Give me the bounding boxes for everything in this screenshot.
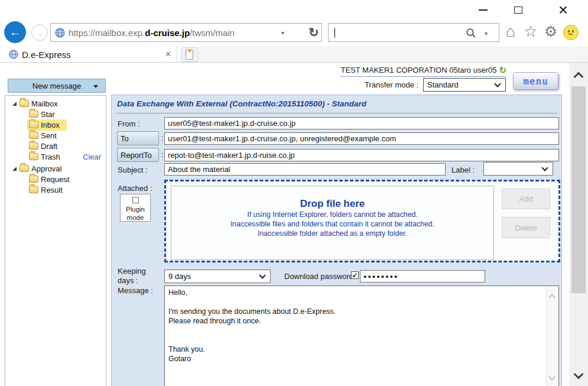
address-dropdown-icon[interactable]: ▾ [281,30,284,36]
message-textarea[interactable]: Hello, I'm sending you the documents abo… [164,286,559,386]
url-path: /twsm/main [190,28,235,38]
search-icon[interactable] [466,28,476,38]
title-divider [116,113,558,113]
sidebar-item-approval[interactable]: Approval [5,163,106,174]
folder-label: Mailbox [31,99,58,108]
sidebar-item-trash[interactable]: Trash Clear [5,151,106,162]
from-field[interactable]: user05@test-maker1.jp.d-cruise.co.jp [164,117,559,129]
menu-button-label: menu [523,76,548,87]
sidebar-item-mailbox[interactable]: Mailbox [5,98,106,109]
folder-icon [20,165,29,172]
to-button[interactable]: To [117,131,159,145]
new-tab-star-icon: * [188,49,191,55]
chevron-down-icon [494,80,501,87]
drop-target-area[interactable]: Drop file here If using Internet Explore… [171,186,494,260]
folder-label: Inbox [41,121,60,129]
text-caret [334,28,335,38]
subject-label: Subject : [118,166,148,174]
to-colon: : [161,134,164,142]
home-icon[interactable]: ⌂ [502,21,519,41]
reportto-colon: : [161,150,164,159]
close-icon: × [558,4,568,16]
search-input[interactable]: ▾ [328,23,499,42]
chevron-down-icon [541,164,548,171]
compose-panel: Data Exchange With External (ContractNo:… [111,95,562,386]
folder-icon [29,142,38,150]
window-close-button[interactable]: × [553,2,573,18]
account-info[interactable]: TEST MAKER1 COPORATION 05taro user05 ↻ [340,66,506,77]
scroll-up-icon[interactable] [574,72,584,82]
sidebar-item-star[interactable]: Star [5,109,106,119]
clear-trash-link[interactable]: Clear [83,153,101,161]
window-minimize-button[interactable] [473,2,493,18]
download-password-checkbox[interactable]: ✓ [351,271,359,279]
settings-gear-icon[interactable]: ⚙ [542,21,560,41]
account-status-icon: ↻ [499,66,506,74]
file-drop-zone[interactable]: Drop file here If using Internet Explore… [164,180,560,262]
back-button[interactable]: ← [4,21,26,43]
from-label: From : [118,119,140,128]
scroll-up-icon[interactable] [548,294,555,300]
plugin-mode-checkbox[interactable] [132,197,139,203]
sidebar-item-sent[interactable]: Sent [5,130,106,141]
window-maximize-button[interactable] [508,2,528,18]
page-scrollbar[interactable] [569,63,588,386]
search-dropdown-icon[interactable]: ▾ [485,30,488,37]
scroll-down-icon[interactable] [548,374,555,380]
transfer-mode-select[interactable]: Standard [423,78,506,92]
browser-window: × ← → https://mailbox.exp.d-cruise.jp/tw… [0,0,588,386]
new-message-button[interactable]: New message [8,79,106,93]
folder-icon [20,100,29,107]
menu-button[interactable]: menu [513,72,558,90]
favorites-star-icon[interactable]: ☆ [522,21,540,41]
sidebar-item-draft[interactable]: Draft [5,141,106,151]
keeping-days-select[interactable]: 9 days [164,270,271,283]
reportto-field[interactable]: repot-to@test-maker1.jp.d-ruise.co.jp [164,149,559,161]
label-select[interactable] [483,162,553,176]
back-arrow-icon: ← [9,25,21,39]
tab-close-icon[interactable]: × [165,49,171,60]
folder-label: Star [41,110,55,119]
folder-icon [29,176,38,183]
scroll-down-icon[interactable] [574,369,584,379]
sidebar-item-request[interactable]: Request [5,174,106,184]
folder-label: Trash [41,153,60,161]
delete-button[interactable]: Delete [502,217,550,238]
subject-field[interactable]: About the material [164,163,446,176]
label-label: Label : [451,166,475,174]
sidebar-item-inbox[interactable]: Inbox [5,119,106,130]
forward-button[interactable]: → [31,24,48,41]
dropdown-arrow-icon [93,85,98,88]
reportto-button[interactable]: ReportTo [117,148,159,162]
refresh-icon[interactable]: ↻ [308,26,319,38]
folder-label: Sent [41,131,57,140]
folder-label: Draft [41,142,57,151]
maximize-icon [514,7,522,14]
new-tab-button[interactable]: * [181,47,199,62]
download-password-field[interactable]: ●●●●●●●● [360,270,485,283]
address-bar[interactable]: https://mailbox.exp.d-cruise.jp/twsm/mai… [50,23,322,42]
account-info-text: TEST MAKER1 COPORATION 05taro user05 [340,66,496,74]
minimize-icon [479,9,488,11]
smiley-mouth [567,30,574,35]
selected-folder-highlight: Inbox [27,119,67,131]
folder-icon [29,121,38,128]
expand-triangle-icon[interactable] [12,102,17,106]
message-scrollbar[interactable] [546,287,558,386]
drop-note: If using Internet Explorer, folders cann… [171,210,493,219]
expand-triangle-icon[interactable] [12,167,17,171]
folder-icon [29,132,38,139]
folder-label: Result [41,186,63,194]
url-text[interactable]: https://mailbox.exp.d-cruise.jp/twsm/mai… [69,28,235,38]
tab-de-express[interactable]: D.e-Express × [5,46,177,63]
to-field[interactable]: user01@test-maker1.jp.d-cruise.co.jp, un… [164,132,559,145]
add-button[interactable]: Add [502,189,550,209]
drop-note: Inaccessible folder attached as a empty … [171,229,493,238]
feedback-smiley-icon[interactable] [563,25,579,40]
folder-icon [29,186,38,193]
checkmark-icon: ✓ [352,271,358,280]
scrollbar-thumb[interactable] [571,86,586,293]
sidebar-item-result[interactable]: Result [5,184,106,195]
plugin-mode-box[interactable]: Plugin mode [120,194,151,222]
forward-arrow-icon: → [35,28,44,38]
